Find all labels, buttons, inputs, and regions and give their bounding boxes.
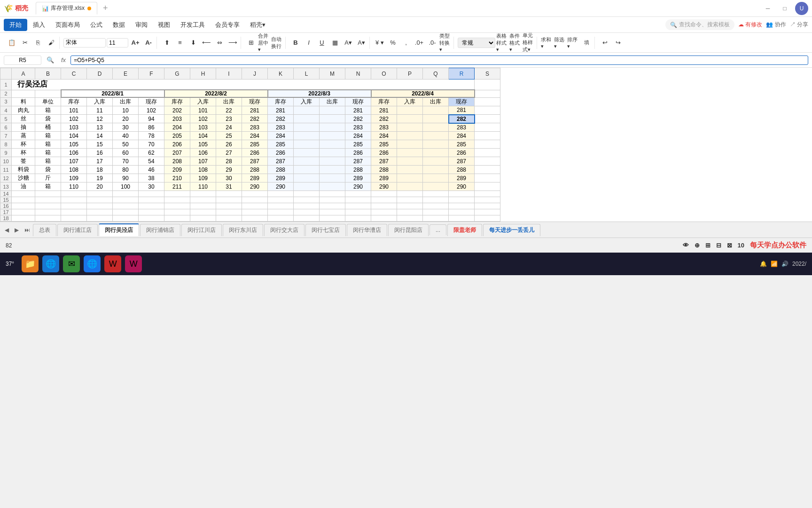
empty-cell[interactable] (475, 203, 500, 209)
cell-N6[interactable]: 283 (345, 123, 371, 132)
cell-L10[interactable] (294, 157, 320, 166)
empty-cell[interactable] (371, 215, 397, 222)
cell-P7[interactable] (397, 132, 423, 140)
empty-cell[interactable] (12, 203, 35, 209)
empty-cell[interactable] (423, 197, 449, 203)
bold-button[interactable]: B (289, 37, 302, 49)
cell-M11[interactable] (320, 166, 345, 174)
align-top-button[interactable]: ⬆ (161, 37, 173, 49)
cell-G7[interactable]: 205 (164, 132, 190, 140)
cell-C10[interactable]: 107 (61, 157, 87, 166)
cell-name-13[interactable]: 油 (12, 183, 35, 191)
empty-cell[interactable] (268, 197, 294, 203)
empty-cell[interactable] (320, 191, 345, 197)
empty-cell[interactable] (216, 197, 242, 203)
cell-S6[interactable] (475, 123, 500, 132)
cut-button[interactable]: ✂ (19, 37, 31, 49)
cell-K7[interactable]: 284 (268, 132, 294, 140)
empty-cell[interactable] (449, 191, 475, 197)
empty-cell[interactable] (268, 215, 294, 222)
empty-cell[interactable] (61, 215, 87, 222)
cell-F4[interactable]: 102 (139, 106, 164, 115)
cell-F10[interactable]: 54 (139, 157, 164, 166)
col-header-H[interactable]: H (190, 68, 216, 79)
col-header-J[interactable]: J (242, 68, 268, 79)
empty-cell[interactable] (242, 197, 268, 203)
menu-item-view[interactable]: 视图 (153, 19, 175, 31)
cell-O12[interactable]: 289 (371, 174, 397, 183)
empty-cell[interactable] (113, 197, 139, 203)
cell-H11[interactable]: 108 (190, 166, 216, 174)
empty-cell[interactable] (61, 191, 87, 197)
cell-P4[interactable] (397, 106, 423, 115)
empty-cell[interactable] (190, 209, 216, 215)
copy-button[interactable]: ⎘ (32, 37, 44, 49)
empty-cell[interactable] (371, 197, 397, 203)
col-header-L[interactable]: L (294, 68, 320, 79)
empty-cell[interactable] (268, 209, 294, 215)
cell-S5[interactable] (475, 115, 500, 123)
table-style-button[interactable]: 表格样式▾ (496, 37, 508, 49)
cell-S4[interactable] (475, 106, 500, 115)
cell-P10[interactable] (397, 157, 423, 166)
plus-icon[interactable]: ⊠ (727, 242, 732, 249)
cell-unit-4[interactable]: 箱 (35, 106, 61, 115)
empty-cell[interactable] (190, 215, 216, 222)
cell-F11[interactable]: 46 (139, 166, 164, 174)
font-size-input[interactable] (107, 38, 128, 48)
decrease-decimal-button[interactable]: .0- (426, 37, 438, 49)
cell-K10[interactable]: 287 (268, 157, 294, 166)
cell-G6[interactable]: 204 (164, 123, 190, 132)
cloud-status[interactable]: ☁ 有修改 (738, 21, 762, 29)
redo-button[interactable]: ↪ (612, 37, 624, 49)
empty-cell[interactable] (113, 215, 139, 222)
menu-item-insert[interactable]: 插入 (28, 19, 50, 31)
empty-cell[interactable] (371, 209, 397, 215)
cell-M9[interactable] (320, 149, 345, 157)
cell-I10[interactable]: 28 (216, 157, 242, 166)
cell-H4[interactable]: 101 (190, 106, 216, 115)
fill-color-button[interactable]: A▾ (342, 37, 354, 49)
cell-name-8[interactable]: 杯 (12, 140, 35, 149)
empty-cell[interactable] (216, 209, 242, 215)
cell-J5[interactable]: 282 (242, 115, 268, 123)
cell-unit-7[interactable]: 箱 (35, 132, 61, 140)
cell-S3[interactable] (475, 97, 500, 106)
cell-O6[interactable]: 283 (371, 123, 397, 132)
formula-input[interactable]: =O5+P5-Q5 (70, 56, 808, 65)
cell-J10[interactable]: 287 (242, 157, 268, 166)
cell-S11[interactable] (475, 166, 500, 174)
cell-P12[interactable] (397, 174, 423, 183)
empty-cell[interactable] (61, 203, 87, 209)
empty-cell[interactable] (397, 215, 423, 222)
cell-B2[interactable] (35, 90, 61, 97)
empty-cell[interactable] (242, 203, 268, 209)
number-format-button[interactable]: % (387, 37, 399, 49)
cell-L4[interactable] (294, 106, 320, 115)
cell-H7[interactable]: 104 (190, 132, 216, 140)
menu-item-vip[interactable]: 会员专享 (211, 19, 244, 31)
cell-S2[interactable] (475, 90, 500, 97)
cell-J7[interactable]: 284 (242, 132, 268, 140)
menu-item-data[interactable]: 数据 (108, 19, 130, 31)
cell-E9[interactable]: 60 (113, 149, 139, 157)
tab-summary[interactable]: 总表 (33, 224, 56, 236)
cell-J12[interactable]: 289 (242, 174, 268, 183)
cell-F9[interactable]: 62 (139, 149, 164, 157)
empty-cell[interactable] (216, 215, 242, 222)
empty-cell[interactable] (139, 209, 164, 215)
cell-name-9[interactable]: 杯 (12, 149, 35, 157)
col-header-R[interactable]: R (449, 68, 475, 79)
empty-cell[interactable] (371, 191, 397, 197)
wifi-icon[interactable]: 📶 (771, 261, 778, 267)
empty-cell[interactable] (242, 215, 268, 222)
cell-I4[interactable]: 22 (216, 106, 242, 115)
col-header-K[interactable]: K (268, 68, 294, 79)
view-mode-icon[interactable]: ⊕ (695, 242, 700, 249)
tab-pujiang[interactable]: 闵行浦江店 (57, 224, 98, 236)
empty-cell[interactable] (475, 209, 500, 215)
format-painter-button[interactable]: 🖌 (45, 37, 57, 49)
empty-cell[interactable] (113, 209, 139, 215)
cell-I12[interactable]: 30 (216, 174, 242, 183)
menu-item-pagelayout[interactable]: 页面布局 (51, 19, 85, 31)
